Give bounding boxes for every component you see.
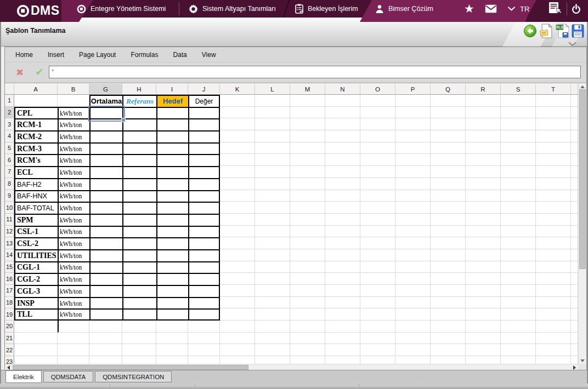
cell-Q4[interactable] xyxy=(431,130,466,142)
cell-J1[interactable]: Değer xyxy=(188,95,220,107)
cell-I12[interactable] xyxy=(156,226,188,238)
menu-system-infrastructure-definitions[interactable]: Sistem Altyapı Tanımları xyxy=(189,0,276,18)
cell-R14[interactable] xyxy=(466,249,501,261)
cell-O6[interactable] xyxy=(360,154,395,166)
cell-R1[interactable] xyxy=(466,95,501,107)
cell-N13[interactable] xyxy=(325,237,360,249)
cell-M22[interactable] xyxy=(290,344,325,356)
cell-B22[interactable] xyxy=(58,344,89,356)
cell-J22[interactable] xyxy=(188,344,220,356)
menu-bimser-solution[interactable]: Bimser Çözüm xyxy=(375,0,433,18)
back-button[interactable] xyxy=(523,24,537,40)
cell-B12[interactable]: kWh/ton xyxy=(58,226,89,238)
language-selector[interactable]: TR xyxy=(520,0,529,18)
scroll-down-icon[interactable] xyxy=(580,359,585,362)
cell-O22[interactable] xyxy=(360,344,395,356)
cell-A6[interactable]: RCM's xyxy=(14,154,58,166)
row-header-15[interactable]: 15 xyxy=(5,261,14,273)
column-header-G[interactable]: G xyxy=(89,84,122,95)
cell-N12[interactable] xyxy=(325,226,360,238)
cell-M5[interactable] xyxy=(290,142,325,155)
cell-M3[interactable] xyxy=(290,118,325,130)
cell-Q23[interactable] xyxy=(431,356,466,364)
cell-Q19[interactable] xyxy=(431,308,466,321)
cell-M12[interactable] xyxy=(290,226,325,238)
cell-S15[interactable] xyxy=(501,261,536,273)
vertical-scroll-thumb[interactable] xyxy=(579,89,586,269)
cell-O8[interactable] xyxy=(360,178,395,190)
export-xls-button[interactable]: XLS xyxy=(556,24,569,41)
cell-K5[interactable] xyxy=(220,142,255,155)
cell-Q3[interactable] xyxy=(431,118,466,130)
cell-G1[interactable]: Ortalama xyxy=(89,95,122,107)
cell-L23[interactable] xyxy=(255,356,290,364)
row-header-13[interactable]: 13 xyxy=(5,237,14,249)
cell-P9[interactable] xyxy=(395,190,431,202)
cell-P15[interactable] xyxy=(395,261,431,273)
cell-Q14[interactable] xyxy=(431,249,466,261)
column-header-P[interactable]: P xyxy=(395,84,431,95)
cell-O12[interactable] xyxy=(360,226,395,238)
sheet-tab-qdmsdata[interactable]: QDMSDATA xyxy=(43,371,93,382)
cell-B4[interactable]: kWh/ton xyxy=(58,130,89,142)
cell-R6[interactable] xyxy=(466,154,501,166)
cell-K14[interactable] xyxy=(220,249,255,261)
cell-I10[interactable] xyxy=(156,202,188,214)
cell-T22[interactable] xyxy=(536,344,571,356)
cell-R12[interactable] xyxy=(466,226,501,238)
cell-G19[interactable] xyxy=(89,308,122,321)
cell-J16[interactable] xyxy=(188,273,220,285)
cell-P13[interactable] xyxy=(395,237,431,249)
cell-I23[interactable] xyxy=(156,356,188,364)
cell-P20[interactable] xyxy=(395,321,431,333)
cell-H23[interactable] xyxy=(122,356,156,364)
cell-H22[interactable] xyxy=(122,344,156,356)
cell-S2[interactable] xyxy=(501,107,536,119)
cell-T18[interactable] xyxy=(536,297,571,309)
cell-S7[interactable] xyxy=(501,166,536,178)
cell-P16[interactable] xyxy=(395,273,431,285)
cell-S1[interactable] xyxy=(501,95,536,107)
sheet-tab-qdmsintegration[interactable]: QDMSINTEGRATION xyxy=(95,371,172,382)
cell-K19[interactable] xyxy=(220,308,255,321)
cell-M10[interactable] xyxy=(290,202,325,214)
row-header-6[interactable]: 6 xyxy=(5,154,14,166)
cell-Q13[interactable] xyxy=(431,237,466,249)
cell-T6[interactable] xyxy=(536,154,571,166)
row-header-8[interactable]: 8 xyxy=(5,178,14,190)
cell-T1[interactable] xyxy=(536,95,571,107)
cell-J21[interactable] xyxy=(188,333,220,345)
cell-H3[interactable] xyxy=(122,118,156,130)
cell-P14[interactable] xyxy=(395,249,431,261)
cell-K8[interactable] xyxy=(220,178,255,190)
column-header-R[interactable]: R xyxy=(466,84,501,95)
cell-M11[interactable] xyxy=(290,214,325,226)
sheet-tab-elektrik[interactable]: Elektrik xyxy=(5,370,42,383)
column-header-J[interactable]: J xyxy=(188,84,220,95)
cell-P10[interactable] xyxy=(395,202,431,214)
cell-R16[interactable] xyxy=(466,273,501,285)
cell-N16[interactable] xyxy=(325,273,360,285)
cell-H19[interactable] xyxy=(122,308,156,321)
cell-G13[interactable] xyxy=(89,237,122,249)
cell-T3[interactable] xyxy=(536,118,571,130)
cell-A17[interactable]: CGL-3 xyxy=(14,285,58,297)
cell-R15[interactable] xyxy=(466,261,501,273)
cell-R17[interactable] xyxy=(466,285,501,297)
cell-I22[interactable] xyxy=(156,344,188,356)
cell-J4[interactable] xyxy=(188,130,220,142)
cell-G21[interactable] xyxy=(89,333,122,345)
cell-S18[interactable] xyxy=(501,297,536,309)
cell-S23[interactable] xyxy=(501,356,536,364)
cell-K11[interactable] xyxy=(220,214,255,226)
cell-I9[interactable] xyxy=(156,190,188,202)
cell-H5[interactable] xyxy=(122,142,156,155)
cell-L4[interactable] xyxy=(255,130,290,142)
row-header-10[interactable]: 10 xyxy=(5,202,14,214)
cell-A12[interactable]: CSL-1 xyxy=(14,226,58,238)
cell-N2[interactable] xyxy=(325,107,360,119)
column-header-K[interactable]: K xyxy=(220,84,255,95)
cell-L16[interactable] xyxy=(255,273,290,285)
menu-pending-tasks[interactable]: Bekleyen İşlerim xyxy=(295,0,358,18)
cell-S13[interactable] xyxy=(501,237,536,249)
